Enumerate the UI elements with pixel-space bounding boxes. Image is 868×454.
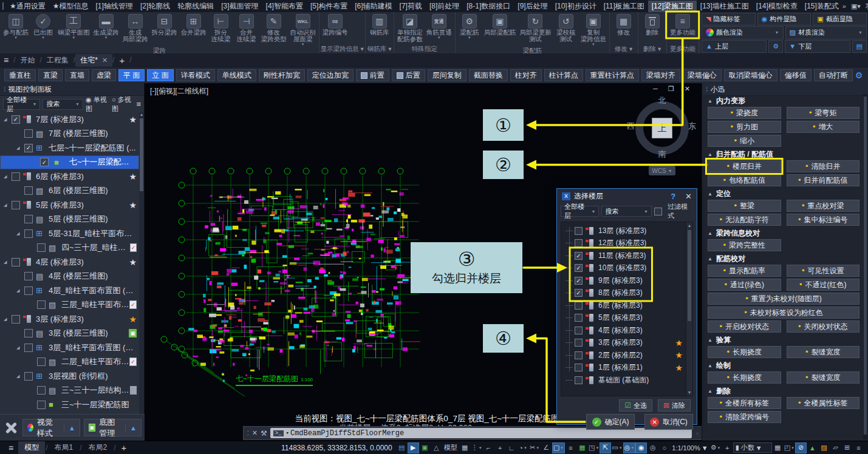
toolbar-button[interactable]: 虚梁 bbox=[92, 69, 116, 81]
help-icon[interactable]: ? bbox=[671, 192, 675, 201]
tree-row[interactable]: ▤三层_暗柱平面布置图✓ bbox=[0, 298, 139, 313]
panel-button[interactable]: •归并前配筋值 bbox=[787, 174, 860, 186]
panel-button[interactable]: •未校对标签设为粉红色 bbox=[708, 307, 859, 319]
toolbar-button[interactable]: 柱对齐 bbox=[510, 69, 542, 81]
toolbar-button[interactable]: 后置 bbox=[392, 69, 425, 81]
graphics-performance-icon[interactable]: ▲ bbox=[807, 442, 818, 453]
section-header[interactable]: ▲梁跨信息校对 bbox=[702, 228, 863, 239]
截面显隐-button[interactable]: ▣截面显隐 bbox=[813, 13, 867, 25]
menu-item[interactable]: 轮廓线编辑 bbox=[174, 1, 217, 12]
snap-icon[interactable]: + bbox=[494, 442, 506, 453]
search-input[interactable]: 搜索▼ bbox=[601, 206, 652, 217]
ucs-icon[interactable]: ▣ bbox=[419, 442, 431, 453]
tree-row[interactable]: ▤5层 (楼层三维图) bbox=[0, 212, 139, 227]
menu-item[interactable]: [9]后处理 bbox=[514, 1, 551, 12]
menu-item[interactable]: [15]装配式 bbox=[801, 1, 842, 12]
autoscale-icon[interactable]: ◎ bbox=[647, 442, 658, 453]
snap-settings-icon[interactable]: ⋮▼ bbox=[471, 442, 483, 453]
panel-button[interactable]: •显示配筋率 bbox=[708, 265, 781, 277]
ribbon-button[interactable]: ⚙梁配筋▾ bbox=[457, 13, 482, 40]
tree-row[interactable]: ▤二层_暗柱平面布置图✓ bbox=[0, 355, 139, 370]
panel-button[interactable]: •全楼属性标签 bbox=[787, 397, 860, 409]
menu-item[interactable]: [13]墙柱施工图 bbox=[697, 1, 753, 12]
ribbon-button[interactable]: ⊢拆分 连续梁 bbox=[208, 13, 234, 43]
toolbar-button[interactable]: 偏移值 bbox=[780, 69, 812, 81]
fullscreen-icon[interactable]: ⊞ bbox=[841, 442, 853, 453]
menu-item[interactable]: [6]辅助建模 bbox=[351, 1, 395, 12]
tree-row[interactable]: ◢⊞3层视图 (剖切框) bbox=[0, 369, 139, 384]
menu-item[interactable]: [2]轮廓线 bbox=[137, 1, 174, 12]
lineweight-icon[interactable]: ≡ bbox=[565, 442, 576, 453]
ortho-mode-icon[interactable]: ∟ bbox=[506, 442, 518, 453]
toolbar-button[interactable]: 梁墙对齐 bbox=[641, 69, 680, 81]
dialog-floor-row[interactable]: ✓10层 (标准层3) bbox=[561, 262, 692, 275]
隐藏标签-button[interactable]: ◥隐藏标签 bbox=[702, 13, 756, 25]
tree-row[interactable]: ◢⊞4层_暗柱平面布置图 (剖... bbox=[0, 283, 139, 298]
window-controls[interactable]: ─ ❐ ✕ bbox=[653, 85, 694, 93]
toolbar-button[interactable]: 自动打断 bbox=[814, 69, 853, 81]
layout-tab-布局1[interactable]: 布局1 bbox=[49, 441, 80, 454]
tree-row[interactable]: ◢⊞5层-31层_暗柱平面布置图... bbox=[0, 226, 139, 241]
close-icon[interactable]: ✕ bbox=[685, 192, 692, 201]
toolbar-button[interactable]: 截面替换 bbox=[469, 69, 508, 81]
annotation-visibility-icon[interactable]: ◉ bbox=[635, 442, 647, 453]
favorite-star-icon[interactable]: ★ bbox=[129, 314, 139, 324]
ribbon-group-label[interactable]: 删除 ▾ bbox=[640, 45, 665, 53]
构件显隐-button[interactable]: ◉构件显隐 bbox=[757, 13, 812, 25]
add-layout-button[interactable]: + bbox=[117, 442, 132, 453]
ribbon-button[interactable]: 08梁跨编号 bbox=[321, 13, 350, 36]
basemap-button[interactable]: ▣底图管理▲ bbox=[84, 419, 142, 436]
section-header[interactable]: ▲内力变形 bbox=[702, 95, 863, 107]
section-header[interactable]: ▲验算 bbox=[702, 334, 863, 346]
ribbon-button[interactable]: 工钢梁平面图▾ bbox=[56, 13, 92, 40]
cursor-select-icon[interactable]: ▶ bbox=[408, 442, 419, 453]
dialog-titlebar[interactable]: X 选择楼层 ? ✕ bbox=[557, 189, 697, 203]
ribbon-button[interactable]: ✓已出图▾ bbox=[30, 13, 56, 40]
units-select[interactable]: ▮ 小数▼ bbox=[733, 442, 772, 453]
ribbon-button[interactable]: ✎修改 梁跨类型 bbox=[259, 13, 289, 43]
panel-button[interactable]: •重点校对梁 bbox=[787, 200, 860, 212]
menu-item[interactable]: [11]板施工图 bbox=[600, 1, 648, 12]
menu-item[interactable]: [14]模型检查 bbox=[753, 1, 801, 12]
ribbon-group-label[interactable]: 修改 ▾ bbox=[611, 45, 637, 53]
panel-button[interactable]: •通过(绿色) bbox=[708, 279, 781, 291]
ribbon-button[interactable]: 删除 bbox=[640, 13, 665, 36]
layout-tab-模型[interactable]: 模型 bbox=[18, 441, 45, 454]
gear-icon[interactable]: ⚙ bbox=[855, 70, 863, 80]
toolbar-button[interactable]: 层间复制 bbox=[428, 69, 466, 81]
drawing-icon[interactable]: ▤ bbox=[396, 442, 408, 453]
dialog-floor-row[interactable]: 4层 (标准层3) bbox=[561, 324, 692, 337]
ribbon-button[interactable]: 贯通角筋贯通▾ bbox=[425, 13, 454, 40]
chevron-up-icon[interactable]: ▲ bbox=[125, 424, 137, 432]
floor-filter-select[interactable]: 全部楼层▼ bbox=[3, 99, 40, 110]
toolbar-button[interactable]: 垂直柱 bbox=[4, 69, 36, 81]
tree-row[interactable]: ✓■七~十一层梁配筋图 bbox=[0, 155, 139, 170]
chevron-up-icon[interactable]: ▲ bbox=[64, 424, 75, 432]
doc-icon[interactable]: ▤ bbox=[852, 40, 867, 53]
clear-button[interactable]: ⊠清除 bbox=[658, 399, 691, 412]
toolbar-button[interactable]: 单线模式 bbox=[217, 69, 256, 81]
dialog-floor-row[interactable]: 12层 (标准层3) bbox=[561, 237, 692, 250]
dialog-scrollbar[interactable]: ▲▼ bbox=[686, 222, 692, 396]
toolbar-button[interactable]: 前置 bbox=[356, 69, 389, 81]
compass-top-face[interactable]: 上 bbox=[652, 118, 672, 138]
screen-capture-icon[interactable]: ▣▾ bbox=[851, 2, 861, 10]
menu-item[interactable]: [7]荷载 bbox=[396, 1, 426, 12]
tree-row[interactable]: ◢✓7层 (标准层3)★ bbox=[0, 112, 139, 127]
tree-row[interactable]: ▤6层 (楼层三维图) bbox=[0, 184, 139, 198]
wcs-selector[interactable]: WCS▼ bbox=[649, 166, 675, 175]
dialog-floor-row[interactable]: ✓11层 (标准层3) bbox=[561, 249, 692, 262]
favorite-star-icon[interactable]: ★ bbox=[129, 115, 139, 124]
tab-active[interactable]: 住宅*✕ bbox=[75, 54, 112, 67]
tree-row[interactable]: ▤3层 (楼层三维图)▣ bbox=[0, 327, 139, 341]
polar-tracking-icon[interactable]: ◔▼ bbox=[518, 442, 529, 453]
wrench-icon[interactable]: ⚒ bbox=[261, 429, 267, 438]
performance-icon[interactable]: ▨ bbox=[818, 442, 830, 453]
panel-button[interactable]: •裂缝宽度 bbox=[787, 371, 860, 384]
menu-item[interactable]: [8-1]数据接口 bbox=[463, 1, 514, 12]
annotation-scale-icon[interactable]: ○ bbox=[658, 442, 670, 453]
tree-row[interactable]: ◢⊞3层_暗柱平面布置图 (剖... bbox=[0, 340, 139, 355]
tree-row[interactable]: ▤4层 (楼层三维图) bbox=[0, 269, 139, 284]
hamburger-icon[interactable]: ≡ bbox=[4, 55, 9, 65]
grid-toggle-icon[interactable]: ▦ bbox=[459, 442, 471, 453]
